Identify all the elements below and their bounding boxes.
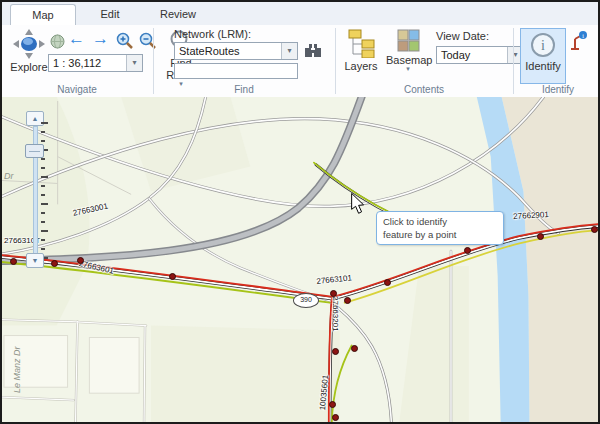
identify-label: Identify	[521, 60, 565, 72]
street-label: Dr	[4, 171, 14, 181]
calibration-point-marker[interactable]	[169, 273, 176, 280]
basemap-dropdown-caret[interactable]: ▾	[386, 66, 430, 72]
scale-dropdown-icon[interactable]: ▾	[126, 55, 142, 71]
ribbon-tab-bar: Map Edit Review	[2, 2, 598, 26]
route-label: 27662901	[513, 210, 549, 221]
identify-route-tool-icon[interactable]: i	[569, 31, 589, 51]
zoom-slider-tick	[41, 248, 45, 250]
previous-extent-arrow-icon[interactable]: ←	[68, 29, 85, 49]
identify-info-icon: i	[530, 32, 556, 58]
scale-combobox[interactable]: 1 : 36,112 ▾	[48, 54, 143, 72]
calibration-point-marker[interactable]	[10, 258, 17, 265]
map-label-layer: 276630012766310T276636012766310127663201…	[2, 97, 598, 422]
next-extent-arrow-icon[interactable]: →	[92, 29, 109, 49]
explore-compass-icon	[13, 29, 45, 59]
calibration-point-marker[interactable]	[51, 260, 58, 267]
calibration-point-marker[interactable]	[332, 348, 339, 355]
zoom-slider-tick	[41, 212, 45, 214]
scale-value: 1 : 36,112	[53, 57, 101, 69]
zoom-slider-down-button[interactable]: ▼	[26, 253, 44, 268]
zoom-slider-tick	[41, 194, 45, 196]
calibration-point-marker[interactable]	[329, 401, 336, 408]
zoom-out-icon[interactable]	[138, 32, 157, 51]
layers-label: Layers	[342, 60, 380, 72]
route-shield: 390	[293, 293, 319, 308]
tab-edit[interactable]: Edit	[78, 4, 142, 24]
zoom-slider-tick	[41, 230, 48, 232]
explore-button[interactable]: Explore	[7, 29, 51, 73]
zoom-slider-tick	[41, 122, 48, 124]
basemap-button[interactable]: Basemap ▾	[386, 29, 430, 72]
zoom-slider-tick	[41, 158, 45, 160]
tooltip-line1: Click to identify	[383, 215, 497, 228]
tooltip-line2: feature by a point	[383, 228, 497, 241]
tab-map[interactable]: Map	[10, 4, 76, 27]
layers-tree-icon	[348, 29, 375, 58]
layers-button[interactable]: Layers	[342, 29, 380, 72]
group-label-find: Find	[154, 84, 334, 95]
view-date-value: Today	[441, 49, 470, 61]
zoom-in-icon[interactable]	[115, 32, 134, 51]
view-date-label: View Date:	[436, 30, 489, 42]
explore-label: Explore	[7, 61, 51, 73]
network-lrm-label: Network (LRM):	[174, 28, 251, 40]
basemap-tiles-icon	[397, 29, 420, 52]
route-label: 27663101	[316, 273, 352, 286]
zoom-slider-tick	[41, 176, 48, 178]
group-label-contents: Contents	[336, 84, 512, 95]
full-extent-globe-icon[interactable]	[50, 34, 65, 49]
network-combobox[interactable]: StateRoutes ▾	[174, 42, 298, 60]
zoom-slider-handle[interactable]	[25, 144, 44, 158]
calibration-point-marker[interactable]	[351, 345, 358, 352]
calibration-point-marker[interactable]	[332, 414, 339, 421]
street-label: Le Manz Dr	[12, 346, 22, 393]
network-dropdown-icon[interactable]: ▾	[281, 43, 297, 59]
group-label-identify: Identify	[514, 84, 600, 95]
calibration-point-marker[interactable]	[77, 257, 84, 264]
zoom-slider-tick	[41, 239, 45, 241]
app-window: Map Edit Review Explore ← →	[0, 0, 600, 424]
binoculars-icon[interactable]	[304, 43, 322, 59]
calibration-point-marker[interactable]	[591, 226, 598, 233]
identify-button[interactable]: i Identify	[520, 28, 566, 84]
svg-text:i: i	[541, 38, 545, 53]
network-value: StateRoutes	[179, 45, 240, 57]
route-label: 27663001	[72, 202, 109, 218]
zoom-slider-tick	[41, 140, 45, 142]
route-label: 27663201	[331, 296, 340, 332]
find-route-search-input[interactable]	[174, 63, 298, 79]
tab-review[interactable]: Review	[146, 4, 210, 24]
calibration-point-marker[interactable]	[464, 247, 471, 254]
zoom-slider-tick	[41, 185, 45, 187]
calibration-point-marker[interactable]	[384, 279, 391, 286]
ribbon: Explore ← → 1 : 36,112 ▾ Navigate	[2, 25, 598, 98]
calibration-point-marker[interactable]	[537, 233, 544, 240]
identify-tooltip: Click to identify feature by a point	[376, 211, 504, 245]
zoom-slider-tick	[41, 167, 45, 169]
group-label-navigate: Navigate	[2, 84, 152, 95]
zoom-slider-tick	[41, 131, 45, 133]
calibration-point-marker[interactable]	[330, 290, 337, 297]
zoom-slider-tick	[41, 221, 45, 223]
zoom-slider-tick	[41, 203, 48, 205]
map-viewport[interactable]: 276630012766310T276636012766310127663201…	[2, 97, 598, 422]
calibration-point-marker[interactable]	[344, 297, 351, 304]
view-date-combobox[interactable]: Today ▾	[436, 46, 524, 64]
